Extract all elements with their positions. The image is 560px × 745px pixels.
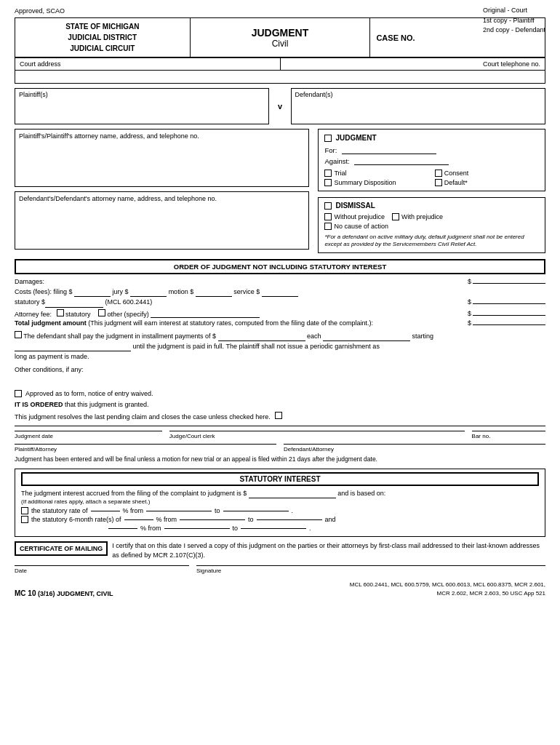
judge-block: Judge/Court clerk	[169, 431, 465, 439]
judgment-date-label: Judgment date	[15, 433, 162, 439]
rate3-period: .	[309, 525, 311, 532]
cert-section: CERTIFICATE OF MAILING I certify that on…	[15, 541, 545, 559]
judge-label: Judge/Court clerk	[169, 433, 465, 439]
without-prejudice-item: Without prejudice	[324, 213, 385, 220]
no-cause-label: No cause of action	[334, 223, 388, 230]
form-title-sub: Civil	[196, 39, 364, 49]
costs-label: Costs (fees):	[15, 288, 52, 295]
motion-amount	[196, 296, 232, 297]
jury-label: jury $	[113, 288, 129, 295]
until-text: until the judgment is paid in full. The …	[133, 343, 380, 350]
cert-label-box: CERTIFICATE OF MAILING	[15, 541, 108, 556]
approved-checkbox[interactable]	[15, 390, 22, 397]
judgment-title: JUDGMENT	[324, 134, 539, 142]
damages-dollar-sign: $	[468, 278, 471, 285]
resolves-text: This judgment resolves the last pending …	[15, 412, 545, 423]
with-prejudice-checkbox[interactable]	[392, 213, 399, 220]
judgment-checkbox[interactable]	[324, 135, 332, 142]
rate2-checkbox[interactable]	[21, 516, 28, 523]
damages-label: Damages:	[15, 278, 44, 285]
attorney-other-label: other (specify)	[108, 311, 149, 318]
statutory-text-main: The judgment interest accrued from the f…	[21, 489, 539, 499]
attorney-statutory-checkbox[interactable]	[57, 309, 64, 316]
judgment-panel: JUDGMENT For: Against: Trial	[318, 129, 545, 191]
case-no-label: CASE NO.	[376, 33, 415, 42]
rate2-from-blank	[180, 519, 245, 520]
trial-item-consent: Consent	[435, 170, 539, 177]
rate3-blank	[108, 528, 137, 529]
cert-sig-section: Date Signature	[15, 565, 545, 574]
main-content: Plaintiff's/Plaintiff's attorney name, a…	[15, 129, 545, 253]
rate3-from-blank	[164, 528, 230, 529]
trial-item-summary: Summary Disposition	[324, 179, 428, 186]
summary-checkbox[interactable]	[324, 179, 332, 186]
header-table: STATE OF MICHIGAN JUDICIAL DISTRICT JUDI…	[15, 17, 545, 57]
plaintiff-box: Plaintiff(s)	[15, 88, 269, 124]
copy-line-2: 1st copy - Plaintiff	[483, 16, 545, 26]
trial-label: Trial	[334, 170, 346, 177]
form-title-cell: JUDGMENT Civil	[190, 18, 370, 57]
consent-checkbox[interactable]	[435, 170, 442, 177]
judgment-date-row: Judgment date Judge/Court clerk Bar no.	[15, 431, 545, 439]
rate2-label: the statutory 6-month rate(s) of	[31, 516, 121, 523]
trial-checkbox[interactable]	[324, 170, 332, 177]
statutory-text2: and is based on:	[337, 490, 385, 497]
statutory-sub-note: (If additional rates apply, attach a sep…	[21, 498, 539, 505]
total-note: (This judgment will earn interest at sta…	[88, 319, 373, 327]
default-checkbox[interactable]	[435, 179, 442, 186]
against-line	[354, 164, 449, 165]
plaintiff-attorney-sig-line	[15, 444, 276, 445]
trial-item-default: Default*	[435, 179, 539, 186]
rate1-to-label: to	[215, 507, 220, 514]
defendant-attorney-sig-block: Defendant/Attorney	[284, 444, 545, 453]
attorney-sig-row: Plaintiff/Attorney Defendant/Attorney	[15, 444, 545, 453]
resolves-label: This judgment resolves the last pending …	[15, 413, 271, 421]
consent-label: Consent	[444, 170, 469, 177]
v-separator: v	[269, 88, 290, 124]
defendant-attorney-label: Defendant's/Defendant's attorney name, a…	[19, 195, 305, 202]
defendant-label: Defendant(s)	[295, 91, 541, 98]
judgment-notice: Judgment has been entered and will be fi…	[15, 455, 545, 464]
long-as-text: long as payment is made.	[15, 353, 89, 360]
divider-1	[15, 426, 545, 426]
attorney-fee-label: Attorney fee:	[15, 311, 52, 318]
motion-label: motion $	[169, 288, 194, 295]
statutory-section: STATUTORY INTEREST The judgment interest…	[15, 469, 545, 538]
judgment-label: JUDGMENT	[335, 134, 376, 142]
against-row: Against:	[324, 157, 539, 165]
rate1-to-blank	[223, 511, 289, 511]
statutory-title: STATUTORY INTEREST	[21, 472, 539, 486]
rate1-blank	[91, 511, 120, 511]
judge-sig-line	[169, 431, 465, 431]
attorney-other-checkbox[interactable]	[98, 309, 105, 316]
each-label: each	[307, 332, 321, 340]
rate1-period: .	[292, 507, 294, 514]
without-prejudice-checkbox[interactable]	[324, 213, 332, 220]
copy-line-3: 2nd copy - Defendant	[483, 25, 545, 36]
cert-date-label: Date	[15, 567, 189, 574]
footer-title: JUDGMENT, CIVIL	[57, 590, 113, 597]
statutory-text1: The judgment interest accrued from the f…	[21, 490, 247, 497]
no-cause-checkbox[interactable]	[324, 223, 332, 230]
approved-form-row: Approved as to form, notice of entry wai…	[15, 390, 545, 397]
rate1-checkbox[interactable]	[21, 507, 28, 514]
rate2-from-label: % from	[156, 516, 177, 523]
footer-left: MC 10 (3/16) JUDGMENT, CIVIL	[15, 589, 113, 597]
default-label: Default*	[444, 179, 468, 186]
state-line3: JUDICIAL CIRCUIT	[21, 43, 184, 54]
total-dollar-field: $	[468, 319, 545, 327]
installment-checkbox[interactable]	[15, 331, 22, 338]
right-column: JUDGMENT For: Against: Trial	[313, 129, 545, 253]
statutory-amount-line	[249, 498, 336, 498]
resolves-checkbox[interactable]	[275, 412, 282, 419]
plaintiff-attorney-box: Plaintiff's/Plaintiff's attorney name, a…	[15, 129, 309, 187]
dismissal-checkbox[interactable]	[324, 202, 332, 210]
dismissal-options: Without prejudice With prejudice	[324, 213, 539, 220]
copy-line-1: Original - Court	[483, 6, 545, 16]
cert-signature-sig-line	[196, 565, 545, 566]
bar-no-label: Bar no.	[472, 433, 545, 439]
installment-section: The defendant shall pay the judgment in …	[15, 331, 545, 362]
footer-refs: MCL 600.2441, MCL 600.5759, MCL 600.6013…	[350, 581, 545, 597]
mcl-label: (MCL 600.2441)	[105, 298, 153, 306]
active-duty-note: *For a defendant on active military duty…	[324, 234, 539, 249]
